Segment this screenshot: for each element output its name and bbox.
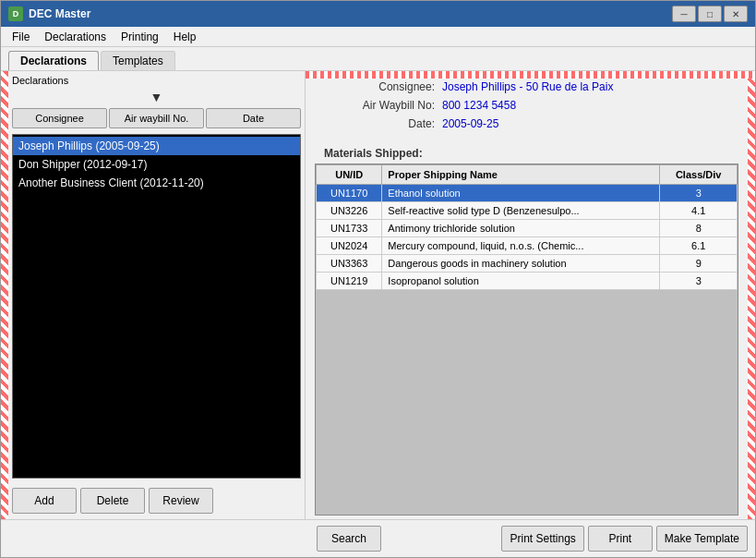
table-row[interactable]: UN3226Self-reactive solid type D (Benzen… — [317, 202, 738, 220]
table-row[interactable]: UN3363Dangerous goods in machinery solut… — [317, 255, 738, 273]
col-header-class: Class/Div — [660, 165, 738, 185]
title-bar-left: D DEC Master — [8, 6, 90, 21]
materials-table: UN/ID Proper Shipping Name Class/Div UN1… — [316, 164, 738, 360]
col-header-unid: UN/ID — [317, 165, 382, 185]
maximize-button[interactable]: □ — [698, 6, 722, 22]
left-panel: Declarations ▼ Consignee Air waybill No.… — [1, 71, 306, 519]
list-item[interactable]: Another Business Client (2012-11-20) — [13, 174, 300, 192]
app-icon: D — [8, 6, 23, 21]
close-button[interactable]: ✕ — [724, 6, 748, 22]
date-value: 2005-09-25 — [442, 117, 498, 130]
print-button[interactable]: Print — [588, 526, 653, 552]
left-bottom-buttons: Add Delete Review — [8, 482, 305, 519]
cell-unid: UN1219 — [317, 273, 382, 290]
cell-class: 8 — [660, 220, 738, 237]
list-item[interactable]: Joseph Phillips (2005-09-25) — [13, 137, 300, 155]
declarations-list[interactable]: Joseph Phillips (2005-09-25) Don Shipper… — [12, 134, 301, 479]
table-row-empty — [317, 343, 738, 360]
waybill-value: 800 1234 5458 — [442, 99, 516, 112]
waybill-row: Air Waybill No: 800 1234 5458 — [324, 99, 729, 112]
tab-templates[interactable]: Templates — [101, 51, 175, 70]
main-window: D DEC Master ─ □ ✕ File Declarations Pri… — [0, 0, 756, 558]
left-stripe — [1, 71, 8, 519]
consignee-row: Consignee: Joseph Phillips - 50 Rue de l… — [324, 80, 729, 93]
menu-file[interactable]: File — [5, 29, 37, 45]
make-template-button[interactable]: Make Template — [656, 526, 748, 552]
menu-help[interactable]: Help — [166, 29, 204, 45]
menu-declarations[interactable]: Declarations — [37, 29, 114, 45]
tab-bar: Declarations Templates — [1, 47, 755, 71]
sort-buttons: Consignee Air waybill No. Date — [8, 106, 305, 130]
cell-name: Antimony trichloride solution — [382, 220, 660, 237]
cell-unid: UN1170 — [317, 185, 382, 202]
cell-unid: UN3363 — [317, 255, 382, 273]
cell-class: 4.1 — [660, 202, 738, 220]
info-section: Consignee: Joseph Phillips - 50 Rue de l… — [306, 71, 748, 141]
main-content: Declarations ▼ Consignee Air waybill No.… — [1, 71, 755, 519]
table-row-empty — [317, 325, 738, 343]
print-settings-button[interactable]: Print Settings — [501, 526, 583, 552]
materials-label: Materials Shipped: — [306, 141, 748, 164]
search-button[interactable]: Search — [317, 526, 381, 552]
cell-name: Dangerous goods in machinery solution — [382, 255, 660, 273]
sort-waybill-button[interactable]: Air waybill No. — [109, 108, 204, 128]
declarations-panel-label: Declarations — [8, 71, 305, 88]
cell-name: Isopropanol solution — [382, 273, 660, 290]
cell-name: Self-reactive solid type D (Benzenesulpo… — [382, 202, 660, 220]
cell-class: 3 — [660, 185, 738, 202]
cell-class: 3 — [660, 273, 738, 290]
materials-table-container: UN/ID Proper Shipping Name Class/Div UN1… — [315, 164, 738, 516]
sort-arrow-icon: ▼ — [150, 90, 163, 104]
right-stripe — [748, 71, 755, 519]
review-button[interactable]: Review — [149, 488, 213, 514]
sort-date-button[interactable]: Date — [206, 108, 301, 128]
col-header-name: Proper Shipping Name — [382, 165, 660, 185]
date-label: Date: — [324, 117, 435, 130]
cell-class: 6.1 — [660, 237, 738, 255]
cell-unid: UN1733 — [317, 220, 382, 237]
right-panel-inner: Consignee: Joseph Phillips - 50 Rue de l… — [306, 71, 748, 519]
waybill-label: Air Waybill No: — [324, 99, 435, 112]
sort-consignee-button[interactable]: Consignee — [12, 108, 107, 128]
sort-indicator: ▼ — [8, 88, 305, 106]
window-title: DEC Master — [29, 7, 90, 20]
menu-bar: File Declarations Printing Help — [1, 27, 755, 47]
table-row[interactable]: UN1170Ethanol solution3 — [317, 185, 738, 202]
window-controls: ─ □ ✕ — [672, 6, 748, 22]
app-icon-text: D — [13, 9, 19, 18]
cell-name: Mercury compound, liquid, n.o.s. (Chemic… — [382, 237, 660, 255]
consignee-value: Joseph Phillips - 50 Rue de la Paix — [442, 80, 613, 93]
date-row: Date: 2005-09-25 — [324, 117, 729, 130]
title-bar: D DEC Master ─ □ ✕ — [1, 1, 755, 27]
right-panel: Consignee: Joseph Phillips - 50 Rue de l… — [306, 71, 755, 519]
bottom-bar: Search Print Settings Print Make Templat… — [1, 519, 755, 557]
delete-button[interactable]: Delete — [80, 488, 145, 514]
cell-name: Ethanol solution — [382, 185, 660, 202]
add-button[interactable]: Add — [12, 488, 77, 514]
cell-unid: UN2024 — [317, 237, 382, 255]
cell-class: 9 — [660, 255, 738, 273]
menu-printing[interactable]: Printing — [114, 29, 166, 45]
table-row[interactable]: UN1733Antimony trichloride solution8 — [317, 220, 738, 237]
table-row-empty — [317, 308, 738, 325]
table-header-row: UN/ID Proper Shipping Name Class/Div — [317, 165, 738, 185]
tab-declarations[interactable]: Declarations — [8, 51, 99, 70]
list-item[interactable]: Don Shipper (2012-09-17) — [13, 155, 300, 174]
table-row-empty — [317, 290, 738, 308]
table-row[interactable]: UN1219Isopropanol solution3 — [317, 273, 738, 290]
cell-unid: UN3226 — [317, 202, 382, 220]
declarations-list-inner: Joseph Phillips (2005-09-25) Don Shipper… — [13, 135, 300, 194]
left-panel-inner: Declarations ▼ Consignee Air waybill No.… — [8, 71, 305, 519]
consignee-label: Consignee: — [324, 80, 435, 93]
top-stripe — [306, 71, 755, 79]
minimize-button[interactable]: ─ — [672, 6, 696, 22]
table-row[interactable]: UN2024Mercury compound, liquid, n.o.s. (… — [317, 237, 738, 255]
